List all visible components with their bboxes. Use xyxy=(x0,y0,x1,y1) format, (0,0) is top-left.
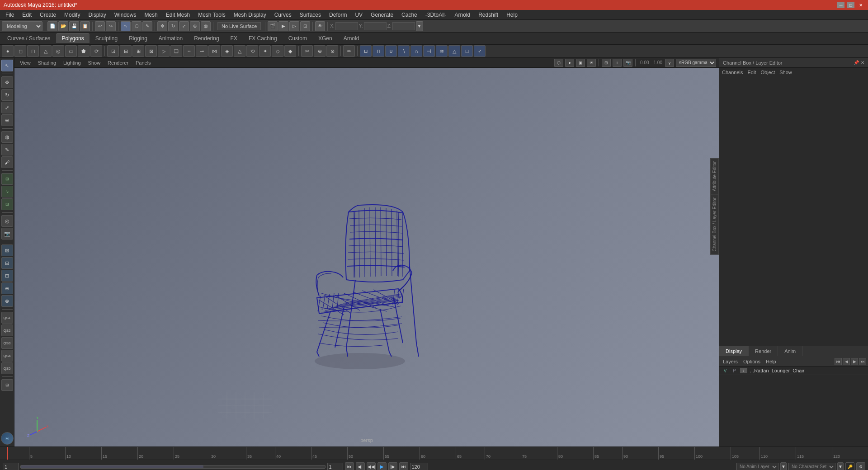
vp-shading-menu[interactable]: Shading xyxy=(35,60,59,66)
anim-layer-chevron[interactable]: ▼ xyxy=(780,462,787,470)
menu-curves[interactable]: Curves xyxy=(271,11,295,19)
connect-components-tool[interactable]: ╌ xyxy=(183,45,195,57)
torus-tool[interactable]: ◎ xyxy=(52,45,64,57)
smooth-tool[interactable]: ≋ xyxy=(436,45,448,57)
mirror-tool[interactable]: ⊣ xyxy=(423,45,435,57)
cb-show-menu[interactable]: Show xyxy=(779,70,792,75)
chamfer-vertex-tool[interactable]: ◆ xyxy=(284,45,296,57)
panel-close-button[interactable]: ✕ xyxy=(861,60,864,65)
help-menu[interactable]: Help xyxy=(764,359,778,364)
z-field[interactable] xyxy=(392,22,415,30)
attribute-editor-tab[interactable]: Attribute Editor xyxy=(710,158,719,194)
rp-anim-tab[interactable]: Anim xyxy=(778,346,802,356)
cube-tool[interactable]: ◻ xyxy=(14,45,26,57)
snap-to-point-button[interactable]: ⊡ xyxy=(1,198,13,210)
boolean-intersection-tool[interactable]: ∩ xyxy=(410,45,422,57)
paint-tool[interactable]: 🖌 xyxy=(1,156,13,168)
bevel-tool[interactable]: ◇ xyxy=(272,45,283,57)
show-hide-button[interactable]: 👁 xyxy=(315,21,325,31)
anim-layer-dropdown[interactable]: No Anim Layer xyxy=(736,463,778,470)
layers-menu[interactable]: Layers xyxy=(721,359,740,364)
tab-curves-surfaces[interactable]: Curves / Surfaces xyxy=(2,34,56,43)
scale-tool-button[interactable]: ⤢ xyxy=(179,21,189,31)
open-scene-button[interactable]: 📂 xyxy=(58,21,68,31)
render-region-button[interactable]: ⊡ xyxy=(300,21,310,31)
camera-button[interactable]: 📷 xyxy=(1,228,13,240)
select-mode-button[interactable]: ↖ xyxy=(1,60,13,71)
merge-tool[interactable]: ⋈ xyxy=(208,45,220,57)
channel-box-tab[interactable]: Channel Box / Layer Editor xyxy=(710,194,719,255)
helix-tool[interactable]: ⟳ xyxy=(90,45,102,57)
vp-heads-up-btn[interactable]: i xyxy=(613,59,622,67)
display-mode-3[interactable]: ⊞ xyxy=(1,270,13,282)
xyz-toggle-button[interactable]: ▼ xyxy=(416,21,423,31)
y-field[interactable] xyxy=(364,22,387,30)
undo-button[interactable]: ↩ xyxy=(95,21,105,31)
layer-render-toggle[interactable]: P xyxy=(731,368,737,373)
vp-view-menu[interactable]: View xyxy=(17,60,33,66)
menu-file[interactable]: File xyxy=(2,11,18,19)
sphere-tool[interactable]: ● xyxy=(2,45,14,57)
soft-select-button[interactable]: ◍ xyxy=(201,21,211,31)
menu-help[interactable]: Help xyxy=(503,11,521,19)
soft-mod-tool[interactable]: ◍ xyxy=(1,131,13,143)
spin-edge-tool[interactable]: ⟲ xyxy=(246,45,258,57)
tab-custom[interactable]: Custom xyxy=(283,34,312,43)
cleanup-tool[interactable]: ✓ xyxy=(474,45,486,57)
combine-tool[interactable]: ⊔ xyxy=(360,45,372,57)
tab-animation[interactable]: Animation xyxy=(153,34,188,43)
offset-loop-tool[interactable]: ⊗ xyxy=(326,45,338,57)
layer-name[interactable]: ...Rattan_Lounger_Chair xyxy=(750,368,865,373)
extra-tool-button[interactable]: ⊞ xyxy=(1,379,13,391)
frame-start-field[interactable] xyxy=(3,463,19,470)
tab-fx[interactable]: FX xyxy=(225,34,243,43)
workflow-dropdown[interactable]: Modeling Rigging Animation FX Rendering xyxy=(2,21,42,31)
wedge-tool[interactable]: ▷ xyxy=(158,45,170,57)
tab-rendering[interactable]: Rendering xyxy=(189,34,224,43)
menu-mesh-display[interactable]: Mesh Display xyxy=(230,11,270,19)
append-polygon-tool[interactable]: ⊞ xyxy=(132,45,144,57)
make-live-button[interactable]: ◎ xyxy=(1,215,13,227)
boolean-union-tool[interactable]: ∪ xyxy=(385,45,397,57)
tab-fx-caching[interactable]: FX Caching xyxy=(243,34,283,43)
panel-pin-button[interactable]: 📌 xyxy=(854,60,859,65)
play-forward-button[interactable]: ▶ xyxy=(377,462,387,470)
quick-sel-1[interactable]: QS1 xyxy=(1,312,13,324)
triangulate-tool[interactable]: △ xyxy=(448,45,460,57)
vp-panels-menu[interactable]: Panels xyxy=(133,60,154,66)
display-mode-1[interactable]: ⊠ xyxy=(1,244,13,256)
vp-show-menu[interactable]: Show xyxy=(85,60,104,66)
step-back-button[interactable]: ◀| xyxy=(356,462,365,470)
tab-polygons[interactable]: Polygons xyxy=(56,33,89,43)
ipr-button[interactable]: ▷ xyxy=(289,21,299,31)
multi-cut-tool[interactable]: ✂ xyxy=(301,45,313,57)
duplicate-face-tool[interactable]: ❑ xyxy=(170,45,182,57)
cb-edit-menu[interactable]: Edit xyxy=(747,70,756,75)
3d-viewport[interactable]: .wire { stroke: #1a1a8a; stroke-width: 1… xyxy=(14,68,719,446)
timeline-ruler[interactable]: 5101520253035404550556065707580859095100… xyxy=(0,447,868,460)
rotate-tool-left[interactable]: ↻ xyxy=(1,89,13,101)
rp-display-tab[interactable]: Display xyxy=(719,346,749,356)
options-menu[interactable]: Options xyxy=(741,359,762,364)
menu-cache[interactable]: Cache xyxy=(398,11,421,19)
detach-components-tool[interactable]: ⊸ xyxy=(196,45,208,57)
menu-mesh-tools[interactable]: Mesh Tools xyxy=(194,11,229,19)
vp-grid-btn[interactable]: ⊞ xyxy=(602,59,611,67)
universal-manip-button[interactable]: ⊕ xyxy=(190,21,200,31)
sculpt-tool[interactable]: ✎ xyxy=(1,144,13,155)
vp-lighting-menu[interactable]: Lighting xyxy=(61,60,84,66)
playback-range-bar[interactable] xyxy=(20,465,326,469)
show-manip-tool[interactable]: ⊕ xyxy=(1,114,13,126)
render-settings-button[interactable]: 🎬 xyxy=(268,21,278,31)
scale-tool-left[interactable]: ⤢ xyxy=(1,102,13,113)
insert-loop-tool[interactable]: ⊕ xyxy=(314,45,326,57)
timeline-playhead[interactable] xyxy=(7,447,8,460)
plane-tool[interactable]: ▭ xyxy=(65,45,77,57)
layer-scroll-fwd[interactable]: ▶ xyxy=(851,358,858,365)
tab-arnold[interactable]: Arnold xyxy=(338,34,365,43)
autokey-button[interactable]: 🔑 xyxy=(845,462,854,470)
paint-select-button[interactable]: ✎ xyxy=(142,21,152,31)
layer-scroll-start[interactable]: ⏮ xyxy=(835,358,842,365)
layer-visibility-toggle[interactable]: V xyxy=(722,368,728,373)
vp-textured-btn[interactable]: ▣ xyxy=(576,59,585,67)
